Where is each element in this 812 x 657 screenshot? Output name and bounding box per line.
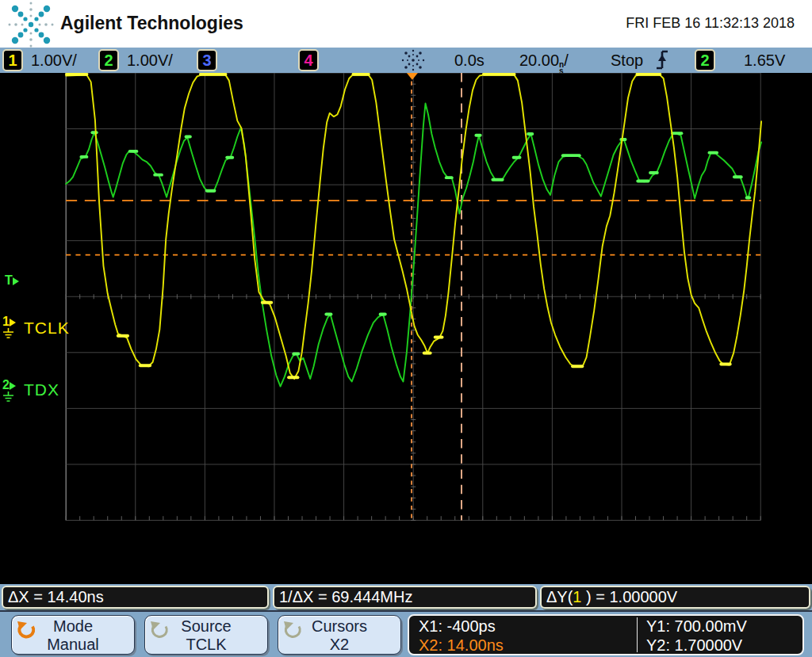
- time-scale: 20.00ns/: [519, 52, 569, 74]
- channel-3-badge[interactable]: 3: [197, 49, 217, 71]
- ch1-ground-icon: [2, 328, 14, 339]
- ch1-ground-marker[interactable]: 1: [2, 315, 16, 342]
- header: Agilent Technologies FRI FEB 16 11:32:13…: [0, 0, 812, 48]
- trigger-level-marker[interactable]: T: [5, 274, 19, 287]
- oscilloscope-screen: Agilent Technologies FRI FEB 16 11:32:13…: [0, 0, 812, 657]
- trigger-arrow-icon: [13, 277, 19, 285]
- readout-divider: [637, 617, 638, 652]
- measurement-bar: ΔX = 14.40ns 1/ΔX = 69.444MHz ΔY(1 ) = 1…: [0, 584, 812, 610]
- softkey-cursors-button[interactable]: Cursors X2: [278, 615, 401, 655]
- delta-y-readout: ΔY(1 ) = 1.00000V: [540, 586, 810, 609]
- softkey-mode-button[interactable]: Mode Manual: [11, 615, 135, 655]
- trigger-edge-icon: [655, 49, 669, 71]
- spark-icon: [400, 48, 426, 72]
- trigger-position-marker: [407, 73, 418, 80]
- waveform-display: T 1 TCLK 2 TDX: [0, 73, 812, 584]
- acquisition-status: Stop: [611, 52, 643, 70]
- time-scale-value: 20.00: [519, 52, 559, 69]
- ch2-label: TDX: [24, 380, 59, 399]
- trigger-level: 1.65V: [744, 52, 785, 70]
- channel-2-badge[interactable]: 2: [98, 49, 119, 71]
- channel-1-scale: 1.00V/: [31, 52, 77, 70]
- channel-2-scale: 1.00V/: [127, 52, 173, 70]
- ch1-arrow-icon: [10, 319, 16, 327]
- waveform-svg: [0, 73, 812, 584]
- delta-x-readout: ΔX = 14.40ns: [2, 586, 269, 609]
- cursor-readout-box: X1: -400ps X2: 14.00ns Y1: 700.00mV Y2: …: [408, 614, 804, 655]
- frequency-readout: 1/ΔX = 69.444MHz: [273, 586, 537, 609]
- x1-readout: X1: -400ps: [419, 617, 496, 636]
- status-bar: 1 1.00V/ 2 1.00V/ 3 4 0.0s 20.00ns/ Stop: [0, 48, 812, 73]
- brand-title: Agilent Technologies: [60, 13, 243, 34]
- trigger-source-badge[interactable]: 2: [695, 49, 715, 71]
- softkey-bar: Mode Manual Source TCLK Cursors X2 X1: -…: [0, 610, 812, 657]
- x2-readout: X2: 14.00ns: [419, 636, 504, 655]
- ch2-ground-icon: [2, 392, 14, 403]
- channel-1-badge[interactable]: 1: [2, 49, 23, 71]
- time-position: 0.0s: [454, 52, 485, 70]
- ch2-ground-marker[interactable]: 2: [2, 379, 16, 405]
- y1-readout: Y1: 700.00mV: [646, 617, 747, 636]
- y2-readout: Y2: 1.70000V: [646, 636, 742, 655]
- ch2-arrow-icon: [10, 382, 16, 390]
- channel-4-badge[interactable]: 4: [298, 49, 319, 71]
- datetime-text: FRI FEB 16 11:32:13 2018: [626, 15, 795, 32]
- softkey-source-button[interactable]: Source TCLK: [144, 615, 268, 655]
- agilent-logo-icon: [6, 2, 56, 48]
- ch1-label: TCLK: [24, 319, 70, 338]
- delta-y-channel: 1: [573, 588, 581, 605]
